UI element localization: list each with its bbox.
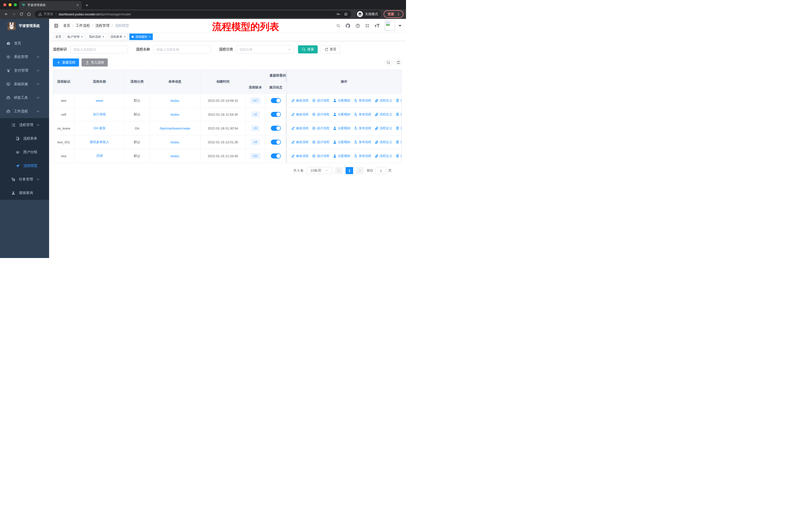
tag-首页[interactable]: 首页 <box>53 33 64 40</box>
version-tag[interactable]: v4 <box>251 139 260 145</box>
github-icon[interactable] <box>345 23 350 28</box>
header-search-icon[interactable] <box>336 24 340 28</box>
sidebar-item-首页[interactable]: 首页 <box>0 36 49 50</box>
action-delete-link[interactable]: 删除 <box>396 154 402 158</box>
tag-close-icon[interactable]: × <box>149 35 150 38</box>
sidebar-item-任务管理[interactable]: 任务管理 <box>0 172 49 186</box>
prev-page-button[interactable] <box>335 167 343 174</box>
security-chip[interactable]: 不安全 <box>38 12 53 17</box>
browser-tab[interactable]: 芋道管理系统 ✕ <box>19 1 82 9</box>
model-name-link[interactable]: 滔博 <box>96 154 103 158</box>
action-definition-link[interactable]: 流程定义 <box>375 126 392 131</box>
action-definition-link[interactable]: 流程定义 <box>375 99 392 103</box>
tab-close-icon[interactable]: ✕ <box>76 3 79 7</box>
action-definition-link[interactable]: 流程定义 <box>375 140 392 144</box>
reload-button[interactable] <box>18 10 25 18</box>
process-key-input[interactable] <box>70 45 128 53</box>
key-icon[interactable] <box>336 12 340 16</box>
refresh-table-button[interactable] <box>395 59 402 66</box>
sidebar-item-流程表单[interactable]: 流程表单 <box>0 132 49 145</box>
action-design-link[interactable]: 设计流程 <box>312 99 329 103</box>
action-edit-link[interactable]: 修改流程 <box>291 112 309 117</box>
action-delete-link[interactable]: 删除 <box>396 126 402 131</box>
tag-流程表单[interactable]: 流程表单× <box>108 33 128 40</box>
action-design-link[interactable]: 设计流程 <box>312 140 329 144</box>
breadcrumb-item[interactable]: 流程管理 <box>95 23 110 28</box>
tag-我的流程[interactable]: 我的流程× <box>87 33 107 40</box>
action-publish-link[interactable]: 发布流程 <box>354 99 371 103</box>
create-process-button[interactable]: 新建流程 <box>53 58 79 66</box>
url-bar[interactable]: 不安全 dashboard.yudao.iocoder.cn/bpm/manag… <box>35 10 351 18</box>
action-design-link[interactable]: 设计流程 <box>312 126 329 131</box>
action-assign-link[interactable]: 分配规则 <box>333 112 350 117</box>
font-size-icon[interactable] <box>374 23 380 28</box>
bookmark-star-icon[interactable] <box>344 12 348 16</box>
action-publish-link[interactable]: 发布流程 <box>354 126 371 131</box>
sidebar-item-支付管理[interactable]: 支付管理 <box>0 64 49 77</box>
tag-租户管理[interactable]: 租户管理× <box>65 33 85 40</box>
action-assign-link[interactable]: 分配规则 <box>333 126 350 131</box>
window-controls[interactable] <box>3 3 17 6</box>
action-assign-link[interactable]: 分配规则 <box>333 140 350 144</box>
tag-close-icon[interactable]: × <box>81 35 83 38</box>
sidebar-item-流程管理[interactable]: 流程管理 <box>0 118 49 132</box>
action-delete-link[interactable]: 删除 <box>396 112 402 117</box>
sidebar-item-研发工具[interactable]: 研发工具 <box>0 91 49 105</box>
breadcrumb-item[interactable]: 工作流程 <box>76 23 90 28</box>
new-tab-button[interactable]: + <box>84 2 90 8</box>
action-design-link[interactable]: 设计流程 <box>312 154 329 158</box>
sidebar-item-流程模型[interactable]: 流程模型 <box>0 159 49 172</box>
active-toggle[interactable] <box>271 154 281 159</box>
minimize-window-button[interactable] <box>8 3 11 6</box>
maximize-window-button[interactable] <box>14 3 17 6</box>
action-assign-link[interactable]: 分配规则 <box>333 154 350 158</box>
process-name-input[interactable] <box>153 45 211 53</box>
fullscreen-icon[interactable] <box>365 24 369 28</box>
action-delete-link[interactable]: 删除 <box>396 140 402 144</box>
version-tag[interactable]: v17 <box>251 98 260 103</box>
action-publish-link[interactable]: 发布流程 <box>354 154 371 158</box>
model-name-link[interactable]: eeee <box>96 99 103 103</box>
avatar-caret-icon[interactable] <box>399 25 402 27</box>
action-definition-link[interactable]: 流程定义 <box>375 112 392 117</box>
avatar[interactable] <box>385 21 395 31</box>
help-icon[interactable] <box>355 23 360 28</box>
sidebar-item-工作流程[interactable]: 工作流程 <box>0 105 49 118</box>
sidebar-collapse-icon[interactable] <box>54 23 59 28</box>
action-definition-link[interactable]: 流程定义 <box>375 154 392 158</box>
action-edit-link[interactable]: 修改流程 <box>291 99 309 103</box>
search-button[interactable]: 搜索 <box>298 45 318 53</box>
tag-close-icon[interactable]: × <box>103 35 104 38</box>
action-publish-link[interactable]: 发布流程 <box>354 112 371 117</box>
sidebar-item-请假查询[interactable]: 请假查询 <box>0 186 49 200</box>
version-tag[interactable]: v21 <box>251 153 260 159</box>
action-delete-link[interactable]: 删除 <box>396 99 402 103</box>
version-tag[interactable]: v2 <box>251 112 260 117</box>
category-select[interactable] <box>236 45 294 53</box>
next-page-button[interactable] <box>356 167 364 174</box>
action-edit-link[interactable]: 修改流程 <box>291 140 309 144</box>
version-tag[interactable]: v5 <box>251 126 260 131</box>
home-button[interactable] <box>25 10 33 18</box>
model-name-link[interactable]: 自己审批 <box>93 112 106 116</box>
action-assign-link[interactable]: 分配规则 <box>333 99 350 103</box>
action-publish-link[interactable]: 发布流程 <box>354 140 371 144</box>
model-name-link[interactable]: OA 请假 <box>93 126 106 130</box>
tag-流程模型[interactable]: 流程模型× <box>129 33 153 40</box>
action-design-link[interactable]: 设计流程 <box>312 112 329 117</box>
goto-page-input[interactable] <box>375 167 386 174</box>
model-name-link[interactable]: 测试多审批人 <box>90 140 109 144</box>
browser-menu-icon[interactable]: ⋮ <box>397 12 401 17</box>
page-size-select[interactable]: 10条/页 <box>307 167 332 174</box>
sidebar-item-用户分组[interactable]: 用户分组 <box>0 145 49 159</box>
form-link[interactable]: biubiu <box>171 113 179 116</box>
form-link[interactable]: biubiu <box>171 99 179 103</box>
breadcrumb-item[interactable]: 首页 <box>63 23 70 28</box>
tag-close-icon[interactable]: × <box>124 35 125 38</box>
action-edit-link[interactable]: 修改流程 <box>291 154 309 158</box>
form-link[interactable]: biubiu <box>171 154 179 158</box>
active-toggle[interactable] <box>271 126 281 131</box>
active-toggle[interactable] <box>271 98 281 103</box>
form-link[interactable]: /bpm/oa/leave/create <box>160 127 190 130</box>
active-toggle[interactable] <box>271 112 281 117</box>
